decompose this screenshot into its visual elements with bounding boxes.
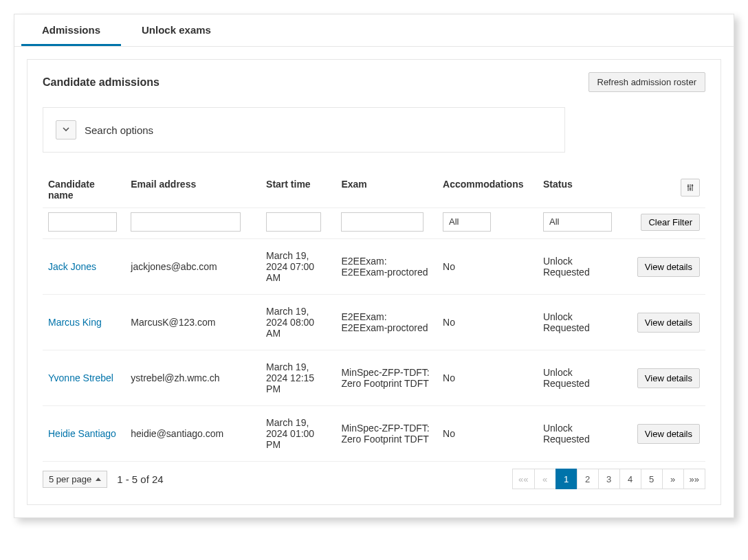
tab-admissions[interactable]: Admissions [21, 14, 121, 46]
filter-status[interactable]: All [543, 212, 612, 232]
panel-header: Candidate admissions Refresh admission r… [43, 72, 705, 92]
filter-exam[interactable] [341, 212, 424, 232]
table-body: Jack Jones jackjones@abc.com March 19, 2… [43, 239, 705, 462]
pagination: «« « 1 2 3 4 5 » »» [513, 469, 705, 489]
cell-start: March 19, 2024 01:00 PM [261, 406, 336, 462]
tab-unlock-exams[interactable]: Unlock exams [121, 14, 232, 46]
per-page-label: 5 per page [49, 474, 91, 484]
cell-name[interactable]: Jack Jones [43, 239, 125, 295]
page-5[interactable]: 5 [641, 469, 663, 489]
table-row: Marcus King MarcusK@123.com March 19, 20… [43, 295, 705, 350]
header-row: Candidate name Email address Start time … [43, 173, 705, 208]
clear-filter-button[interactable]: Clear Filter [641, 214, 700, 231]
table-row: Heidie Santiago heidie@santiago.com Marc… [43, 406, 705, 462]
footer-left: 5 per page 1 - 5 of 24 [43, 471, 164, 488]
filter-row: All All Clear Filter [43, 208, 705, 239]
filter-accommodations[interactable]: All [443, 212, 491, 232]
admissions-table: Candidate name Email address Start time … [43, 173, 705, 462]
view-details-button[interactable]: View details [637, 257, 700, 277]
filter-start-time[interactable] [266, 212, 321, 232]
range-text: 1 - 5 of 24 [117, 473, 164, 485]
search-options-label: Search options [85, 124, 153, 136]
cell-exam: MinSpec-ZFP-TDFT: Zero Footprint TDFT [336, 350, 437, 406]
cell-email: ystrebel@zh.wmc.ch [125, 350, 261, 406]
cell-start: March 19, 2024 12:15 PM [261, 350, 336, 406]
search-options-toggle[interactable] [56, 120, 76, 139]
panel: Candidate admissions Refresh admission r… [27, 59, 721, 505]
caret-up-icon [96, 478, 101, 481]
cell-status: Unlock Requested [538, 350, 625, 406]
col-candidate-name[interactable]: Candidate name [43, 173, 125, 208]
page-1[interactable]: 1 [556, 469, 578, 489]
cell-exam: MinSpec-ZFP-TDFT: Zero Footprint TDFT [336, 406, 437, 462]
table-row: Jack Jones jackjones@abc.com March 19, 2… [43, 239, 705, 295]
svg-point-3 [688, 186, 690, 188]
svg-point-4 [690, 188, 692, 190]
col-status[interactable]: Status [538, 173, 625, 208]
cell-name[interactable]: Heidie Santiago [43, 406, 125, 462]
cell-email: jackjones@abc.com [125, 239, 261, 295]
col-accommodations[interactable]: Accommodations [437, 173, 538, 208]
cell-email: heidie@santiago.com [125, 406, 261, 462]
filter-candidate-name[interactable] [48, 212, 117, 232]
cell-exam: E2EExam: E2EExam-proctored [336, 295, 437, 350]
page-last[interactable]: »» [683, 469, 705, 489]
table-row: Yvonne Strebel ystrebel@zh.wmc.ch March … [43, 350, 705, 406]
page-4[interactable]: 4 [619, 469, 641, 489]
tabs: Admissions Unlock exams [14, 14, 734, 47]
page-next[interactable]: » [662, 469, 684, 489]
page-prev[interactable]: « [534, 469, 556, 489]
filter-email[interactable] [131, 212, 241, 232]
cell-email: MarcusK@123.com [125, 295, 261, 350]
sliders-icon [686, 183, 694, 192]
page-3[interactable]: 3 [598, 469, 620, 489]
col-email[interactable]: Email address [125, 173, 261, 208]
per-page-selector[interactable]: 5 per page [43, 471, 107, 488]
cell-name[interactable]: Marcus King [43, 295, 125, 350]
refresh-roster-button[interactable]: Refresh admission roster [588, 72, 706, 92]
chevron-down-icon [62, 124, 70, 135]
svg-point-5 [692, 185, 694, 187]
cell-exam: E2EExam: E2EExam-proctored [336, 239, 437, 295]
cell-accom: No [437, 239, 538, 295]
view-details-button[interactable]: View details [637, 368, 700, 388]
column-settings-button[interactable] [681, 179, 700, 197]
search-options: Search options [43, 107, 565, 153]
view-details-button[interactable]: View details [637, 313, 700, 333]
app-card: Admissions Unlock exams Candidate admiss… [14, 14, 734, 518]
view-details-button[interactable]: View details [637, 424, 700, 444]
col-exam[interactable]: Exam [336, 173, 437, 208]
cell-name[interactable]: Yvonne Strebel [43, 350, 125, 406]
cell-accom: No [437, 295, 538, 350]
col-start-time[interactable]: Start time [261, 173, 336, 208]
panel-title: Candidate admissions [43, 76, 160, 89]
cell-status: Unlock Requested [538, 239, 625, 295]
cell-start: March 19, 2024 08:00 AM [261, 295, 336, 350]
cell-accom: No [437, 406, 538, 462]
table-footer: 5 per page 1 - 5 of 24 «« « 1 2 3 4 5 » … [43, 469, 705, 489]
page-2[interactable]: 2 [577, 469, 599, 489]
col-settings-header [625, 173, 705, 208]
cell-status: Unlock Requested [538, 406, 625, 462]
page-first[interactable]: «« [512, 469, 534, 489]
cell-accom: No [437, 350, 538, 406]
cell-start: March 19, 2024 07:00 AM [261, 239, 336, 295]
cell-status: Unlock Requested [538, 295, 625, 350]
